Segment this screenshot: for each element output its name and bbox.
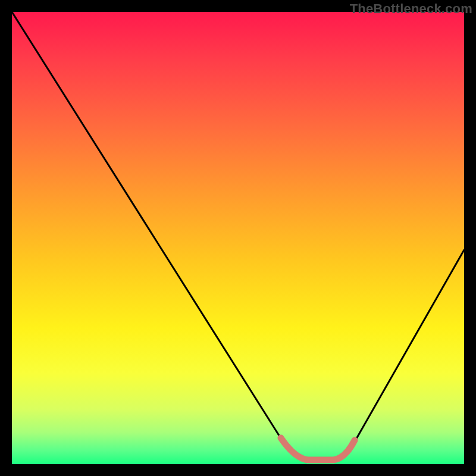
curve-path [12, 12, 464, 459]
flat-segment [281, 438, 355, 460]
plot-area [12, 12, 464, 464]
chart-frame [12, 12, 464, 464]
watermark-text: TheBottleneck.com [350, 1, 472, 17]
bottleneck-curve [12, 12, 464, 464]
